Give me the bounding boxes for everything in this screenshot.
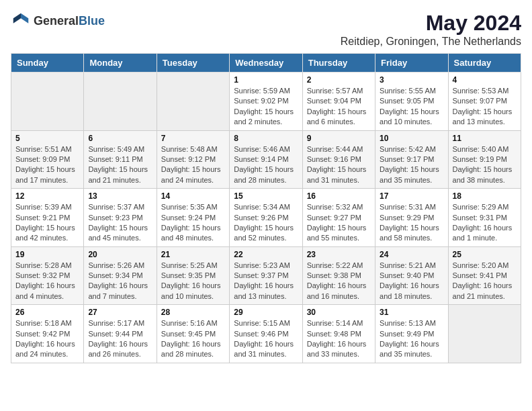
logo-text-blue: Blue [79, 14, 105, 28]
calendar-cell: 20Sunrise: 5:26 AM Sunset: 9:34 PM Dayli… [84, 246, 157, 305]
week-row-3: 12Sunrise: 5:39 AM Sunset: 9:21 PM Dayli… [11, 189, 521, 247]
calendar-cell: 25Sunrise: 5:20 AM Sunset: 9:41 PM Dayli… [448, 246, 521, 305]
weekday-header-monday: Monday [84, 54, 157, 73]
day-info: Sunrise: 5:35 AM Sunset: 9:24 PM Dayligh… [161, 202, 225, 244]
day-number: 10 [380, 134, 443, 143]
day-number: 21 [161, 250, 225, 259]
calendar-cell: 23Sunrise: 5:22 AM Sunset: 9:38 PM Dayli… [302, 246, 375, 305]
weekday-header-saturday: Saturday [448, 54, 521, 73]
calendar-cell: 31Sunrise: 5:13 AM Sunset: 9:49 PM Dayli… [375, 305, 448, 363]
day-number: 12 [15, 191, 79, 201]
day-number: 1 [234, 75, 298, 85]
weekday-header-friday: Friday [375, 54, 448, 73]
day-info: Sunrise: 5:16 AM Sunset: 9:45 PM Dayligh… [161, 318, 225, 360]
calendar-cell: 18Sunrise: 5:29 AM Sunset: 9:31 PM Dayli… [448, 189, 521, 247]
day-number: 6 [88, 134, 152, 143]
day-info: Sunrise: 5:13 AM Sunset: 9:49 PM Dayligh… [380, 318, 443, 360]
weekday-header-thursday: Thursday [302, 54, 375, 73]
day-info: Sunrise: 5:53 AM Sunset: 9:07 PM Dayligh… [453, 86, 517, 128]
day-info: Sunrise: 5:21 AM Sunset: 9:40 PM Dayligh… [380, 261, 443, 302]
day-number: 3 [380, 75, 443, 85]
day-number: 16 [307, 191, 371, 201]
day-info: Sunrise: 5:18 AM Sunset: 9:42 PM Dayligh… [15, 318, 79, 360]
day-number: 9 [307, 134, 371, 143]
logo-icon [11, 11, 31, 31]
title-block: May 2024 Reitdiep, Groningen, The Nether… [341, 11, 521, 48]
logo: GeneralBlue [11, 11, 105, 31]
day-info: Sunrise: 5:23 AM Sunset: 9:37 PM Dayligh… [234, 261, 298, 302]
calendar-cell: 19Sunrise: 5:28 AM Sunset: 9:32 PM Dayli… [11, 246, 84, 305]
calendar-cell: 17Sunrise: 5:31 AM Sunset: 9:29 PM Dayli… [375, 189, 448, 247]
day-info: Sunrise: 5:46 AM Sunset: 9:14 PM Dayligh… [234, 144, 298, 186]
calendar-cell [11, 73, 84, 131]
calendar-cell: 6Sunrise: 5:49 AM Sunset: 9:11 PM Daylig… [84, 130, 157, 189]
calendar-cell: 2Sunrise: 5:57 AM Sunset: 9:04 PM Daylig… [302, 73, 375, 131]
day-info: Sunrise: 5:22 AM Sunset: 9:38 PM Dayligh… [307, 261, 371, 302]
day-number: 30 [307, 308, 371, 317]
calendar-cell: 3Sunrise: 5:55 AM Sunset: 9:05 PM Daylig… [375, 73, 448, 131]
weekday-header-sunday: Sunday [11, 54, 84, 73]
day-info: Sunrise: 5:59 AM Sunset: 9:02 PM Dayligh… [234, 86, 298, 128]
day-number: 29 [234, 308, 298, 317]
day-number: 26 [15, 308, 79, 317]
day-info: Sunrise: 5:17 AM Sunset: 9:44 PM Dayligh… [88, 318, 152, 360]
weekday-header-tuesday: Tuesday [157, 54, 229, 73]
calendar-cell: 10Sunrise: 5:42 AM Sunset: 9:17 PM Dayli… [375, 130, 448, 189]
svg-marker-0 [21, 13, 28, 24]
day-info: Sunrise: 5:55 AM Sunset: 9:05 PM Dayligh… [380, 86, 443, 128]
page-header: GeneralBlue May 2024 Reitdiep, Groningen… [11, 11, 521, 48]
day-info: Sunrise: 5:31 AM Sunset: 9:29 PM Dayligh… [380, 202, 443, 244]
calendar-cell: 7Sunrise: 5:48 AM Sunset: 9:12 PM Daylig… [157, 130, 229, 189]
day-info: Sunrise: 5:48 AM Sunset: 9:12 PM Dayligh… [161, 144, 225, 186]
day-number: 5 [15, 134, 79, 143]
day-info: Sunrise: 5:49 AM Sunset: 9:11 PM Dayligh… [88, 144, 152, 186]
day-info: Sunrise: 5:28 AM Sunset: 9:32 PM Dayligh… [15, 261, 79, 302]
calendar-cell: 9Sunrise: 5:44 AM Sunset: 9:16 PM Daylig… [302, 130, 375, 189]
day-number: 19 [15, 250, 79, 259]
day-info: Sunrise: 5:42 AM Sunset: 9:17 PM Dayligh… [380, 144, 443, 186]
weekday-header-wednesday: Wednesday [230, 54, 302, 73]
calendar-cell: 8Sunrise: 5:46 AM Sunset: 9:14 PM Daylig… [230, 130, 302, 189]
day-number: 24 [380, 250, 443, 259]
day-info: Sunrise: 5:32 AM Sunset: 9:27 PM Dayligh… [307, 202, 371, 244]
day-number: 18 [453, 191, 517, 201]
calendar-cell: 13Sunrise: 5:37 AM Sunset: 9:23 PM Dayli… [84, 189, 157, 247]
svg-marker-1 [13, 13, 21, 24]
calendar-table: SundayMondayTuesdayWednesdayThursdayFrid… [11, 53, 521, 363]
day-number: 17 [380, 191, 443, 201]
day-info: Sunrise: 5:39 AM Sunset: 9:21 PM Dayligh… [15, 202, 79, 244]
week-row-1: 1Sunrise: 5:59 AM Sunset: 9:02 PM Daylig… [11, 73, 521, 131]
day-info: Sunrise: 5:44 AM Sunset: 9:16 PM Dayligh… [307, 144, 371, 186]
day-info: Sunrise: 5:29 AM Sunset: 9:31 PM Dayligh… [453, 202, 517, 244]
day-number: 8 [234, 134, 298, 143]
day-info: Sunrise: 5:14 AM Sunset: 9:48 PM Dayligh… [307, 318, 371, 360]
day-number: 14 [161, 191, 225, 201]
calendar-cell [157, 73, 229, 131]
day-info: Sunrise: 5:26 AM Sunset: 9:34 PM Dayligh… [88, 261, 152, 302]
calendar-cell [84, 73, 157, 131]
day-info: Sunrise: 5:34 AM Sunset: 9:26 PM Dayligh… [234, 202, 298, 244]
day-number: 7 [161, 134, 225, 143]
day-info: Sunrise: 5:57 AM Sunset: 9:04 PM Dayligh… [307, 86, 371, 128]
calendar-cell: 11Sunrise: 5:40 AM Sunset: 9:19 PM Dayli… [448, 130, 521, 189]
day-number: 15 [234, 191, 298, 201]
day-info: Sunrise: 5:20 AM Sunset: 9:41 PM Dayligh… [453, 261, 517, 302]
day-number: 25 [453, 250, 517, 259]
main-title: May 2024 [341, 11, 521, 36]
calendar-cell: 15Sunrise: 5:34 AM Sunset: 9:26 PM Dayli… [230, 189, 302, 247]
week-row-2: 5Sunrise: 5:51 AM Sunset: 9:09 PM Daylig… [11, 130, 521, 189]
subtitle: Reitdiep, Groningen, The Netherlands [341, 36, 521, 48]
day-number: 22 [234, 250, 298, 259]
calendar-cell: 29Sunrise: 5:15 AM Sunset: 9:46 PM Dayli… [230, 305, 302, 363]
day-number: 2 [307, 75, 371, 85]
day-number: 28 [161, 308, 225, 317]
calendar-cell [448, 305, 521, 363]
calendar-cell: 16Sunrise: 5:32 AM Sunset: 9:27 PM Dayli… [302, 189, 375, 247]
calendar-cell: 30Sunrise: 5:14 AM Sunset: 9:48 PM Dayli… [302, 305, 375, 363]
day-number: 23 [307, 250, 371, 259]
logo-text-general: General [34, 14, 79, 28]
calendar-cell: 28Sunrise: 5:16 AM Sunset: 9:45 PM Dayli… [157, 305, 229, 363]
day-number: 11 [453, 134, 517, 143]
calendar-cell: 24Sunrise: 5:21 AM Sunset: 9:40 PM Dayli… [375, 246, 448, 305]
weekday-header-row: SundayMondayTuesdayWednesdayThursdayFrid… [11, 54, 521, 73]
